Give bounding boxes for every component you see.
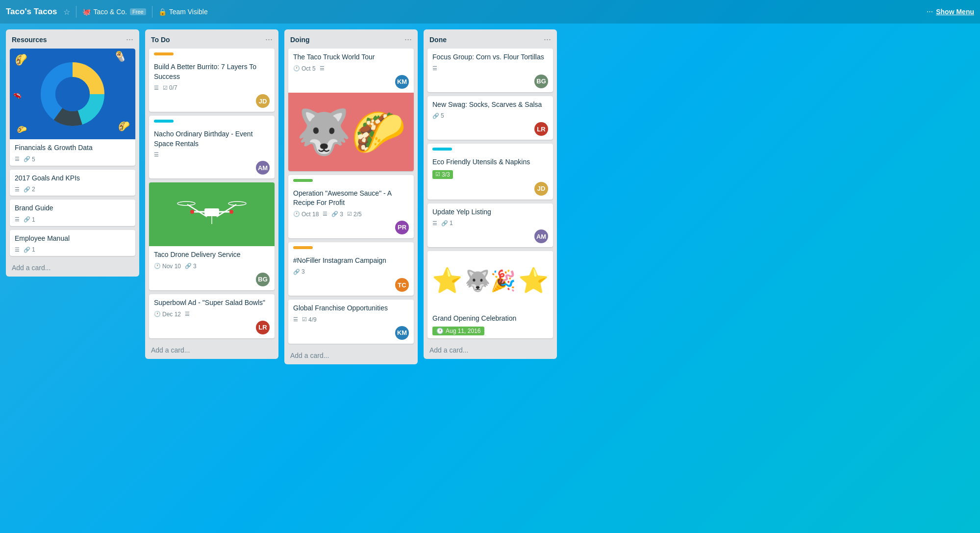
meta-date-taco-truck: 🕐 Oct 5 <box>293 65 316 72</box>
column-menu-done[interactable]: ··· <box>544 34 551 45</box>
card-brand[interactable]: Brand Guide ☰ 🔗 1 <box>10 200 135 226</box>
card-meta-drone: 🕐 Nov 10 🔗 3 <box>154 263 270 270</box>
meta-desc-awesome: ☰ <box>323 211 327 217</box>
card-footer-taco-truck: KM <box>288 75 414 93</box>
meta-date-superbowl: 🕐 Dec 12 <box>154 311 181 318</box>
column-menu-todo[interactable]: ··· <box>265 34 273 45</box>
column-cards-done: Focus Group: Corn vs. Flour Tortillas ☰ … <box>424 49 557 342</box>
card-body-swag: New Swag: Socks, Scarves & Salsa 🔗 5 <box>427 96 553 123</box>
column-cards-doing: The Taco Truck World Tour 🕐 Oct 5 ☰ KM <box>284 49 418 348</box>
star-icon[interactable]: ☆ <box>63 7 70 17</box>
card-image-celebration: ⭐ 🐺🎉 ⭐ <box>427 251 553 310</box>
column-resources: Resources ··· <box>6 29 139 277</box>
svg-point-9 <box>228 202 246 205</box>
meta-desc-nacho: ☰ <box>154 152 159 158</box>
free-badge: Free <box>130 8 146 15</box>
more-icon: ··· <box>927 7 933 16</box>
column-cards-resources: 🌮 🌯 🌮 🌮 🚗 Financials & Growth Data ☰ 🔗 <box>6 49 139 260</box>
card-meta-swag: 🔗 5 <box>432 112 548 119</box>
column-menu-doing[interactable]: ··· <box>404 34 412 45</box>
meta-checklist-burrito: ☑ 0/7 <box>163 84 177 91</box>
meta-checklist-eco: ☑ 3/3 <box>432 170 453 179</box>
card-meta-burrito: ☰ ☑ 0/7 <box>154 84 270 91</box>
card-title-burrito: Build A Better Burrito: 7 Layers To Succ… <box>154 62 270 81</box>
card-body-eco: Eco Friendly Utensils & Napkins ☑ 3/3 <box>427 153 553 182</box>
column-header-todo: To Do ··· <box>145 29 278 49</box>
card-meta-superbowl: 🕐 Dec 12 ☰ <box>154 311 270 318</box>
card-body-grand: Grand Opening Celebration 🕐 Aug 11, 2016 <box>427 310 553 338</box>
card-body-superbowl: Superbowl Ad - "Super Salad Bowls" 🕐 Dec… <box>149 294 275 321</box>
card-image-wolf: 🐺🌮 <box>288 93 414 171</box>
column-done: Done ··· Focus Group: Corn vs. Flour Tor… <box>424 29 557 359</box>
card-eco[interactable]: Eco Friendly Utensils & Napkins ☑ 3/3 JD <box>427 144 553 200</box>
card-employee-manual[interactable]: Employee Manual ☰ 🔗 1 <box>10 230 135 256</box>
card-taco-truck[interactable]: The Taco Truck World Tour 🕐 Oct 5 ☰ KM <box>288 49 414 171</box>
card-meta-franchise: ☰ ☑ 4/9 <box>293 316 409 323</box>
card-focus-group[interactable]: Focus Group: Corn vs. Flour Tortillas ☰ … <box>427 49 553 92</box>
card-meta-eco: ☑ 3/3 <box>432 170 548 179</box>
card-body-yelp: Update Yelp Listing ☰ 🔗 1 <box>427 203 553 230</box>
meta-date-awesome: 🕐 Oct 18 <box>293 211 319 218</box>
meta-desc-goals: ☰ <box>15 186 20 193</box>
card-meta-goals: ☰ 🔗 2 <box>15 186 130 193</box>
meta-date-drone: 🕐 Nov 10 <box>154 263 181 270</box>
card-footer-burrito: JD <box>149 94 275 112</box>
show-menu-button[interactable]: Show Menu <box>936 8 974 16</box>
card-swag[interactable]: New Swag: Socks, Scarves & Salsa 🔗 5 LR <box>427 96 553 140</box>
header-right: ··· Show Menu <box>927 7 974 16</box>
meta-attach-brand: 🔗 1 <box>24 216 35 223</box>
card-drone[interactable]: 🌮 Taco Drone Delivery Service 🕐 Nov 10 🔗… <box>149 182 275 290</box>
card-superbowl[interactable]: Superbowl Ad - "Super Salad Bowls" 🕐 Dec… <box>149 294 275 338</box>
visibility-info[interactable]: 🔒 Team Visible <box>158 8 208 16</box>
avatar-eco: JD <box>534 182 548 196</box>
label-bar-orange <box>154 52 174 55</box>
meta-desc-brand: ☰ <box>15 216 20 223</box>
card-meta-focus: ☰ <box>432 65 548 72</box>
card-goals[interactable]: 2017 Goals And KPIs ☰ 🔗 2 <box>10 170 135 196</box>
add-card-done[interactable]: Add a card... <box>424 342 557 359</box>
meta-desc-franchise: ☰ <box>293 316 298 323</box>
card-grand-opening[interactable]: ⭐ 🐺🎉 ⭐ Grand Opening Celebration 🕐 Aug 1… <box>427 251 553 338</box>
meta-desc-yelp: ☰ <box>432 220 437 227</box>
card-meta-nacho: ☰ <box>154 152 270 158</box>
column-menu-resources[interactable]: ··· <box>126 34 133 45</box>
meta-description: ☰ <box>15 156 20 162</box>
card-title-brand: Brand Guide <box>15 203 130 213</box>
card-title-awesome-sauce: Operation "Awesome Sauce" - A Recipe For… <box>293 189 409 208</box>
card-financials[interactable]: 🌮 🌯 🌮 🌮 🚗 Financials & Growth Data ☰ 🔗 <box>10 49 135 166</box>
avatar-franchise: KM <box>395 326 409 340</box>
card-title-franchise: Global Franchise Opportunities <box>293 304 409 313</box>
card-footer-swag: LR <box>427 122 553 140</box>
card-franchise[interactable]: Global Franchise Opportunities ☰ ☑ 4/9 K… <box>288 300 414 344</box>
card-body-goals: 2017 Goals And KPIs ☰ 🔗 2 <box>10 170 135 196</box>
meta-desc-taco-truck: ☰ <box>320 65 325 72</box>
card-title-nofiller: #NoFiller Instagram Campaign <box>293 256 409 266</box>
card-title-yelp: Update Yelp Listing <box>432 207 548 217</box>
card-body-nofiller: #NoFiller Instagram Campaign 🔗 3 <box>288 252 414 279</box>
date-badge-grand: 🕐 Aug 11, 2016 <box>432 327 484 335</box>
avatar-burrito: JD <box>256 94 270 108</box>
visibility-label: Team Visible <box>169 8 208 16</box>
add-card-todo[interactable]: Add a card... <box>145 342 278 359</box>
board: Resources ··· <box>0 24 980 533</box>
card-body-awesome-sauce: Operation "Awesome Sauce" - A Recipe For… <box>288 185 414 221</box>
card-nofiller[interactable]: #NoFiller Instagram Campaign 🔗 3 TC <box>288 242 414 296</box>
meta-attach-drone: 🔗 3 <box>185 263 197 270</box>
card-title-drone: Taco Drone Delivery Service <box>154 250 270 260</box>
card-meta-grand: 🕐 Aug 11, 2016 <box>432 327 548 335</box>
card-burrito[interactable]: Build A Better Burrito: 7 Layers To Succ… <box>149 49 275 112</box>
org-icon: 🐙 <box>82 8 91 16</box>
label-bar-green <box>293 179 313 182</box>
card-footer-superbowl: LR <box>149 321 275 338</box>
card-meta-nofiller: 🔗 3 <box>293 268 409 275</box>
card-awesome-sauce[interactable]: Operation "Awesome Sauce" - A Recipe For… <box>288 175 414 238</box>
card-nacho-birthday[interactable]: Nacho Ordinary Birthday - Event Space Re… <box>149 116 275 178</box>
meta-attachments: 🔗 5 <box>24 156 35 163</box>
card-title-financials: Financials & Growth Data <box>15 143 130 153</box>
column-header-done: Done ··· <box>424 29 557 49</box>
card-yelp[interactable]: Update Yelp Listing ☰ 🔗 1 AM <box>427 203 553 248</box>
add-card-doing[interactable]: Add a card... <box>284 348 418 364</box>
avatar-focus: BG <box>534 75 548 88</box>
card-body-brand: Brand Guide ☰ 🔗 1 <box>10 200 135 226</box>
add-card-resources[interactable]: Add a card... <box>6 260 139 277</box>
